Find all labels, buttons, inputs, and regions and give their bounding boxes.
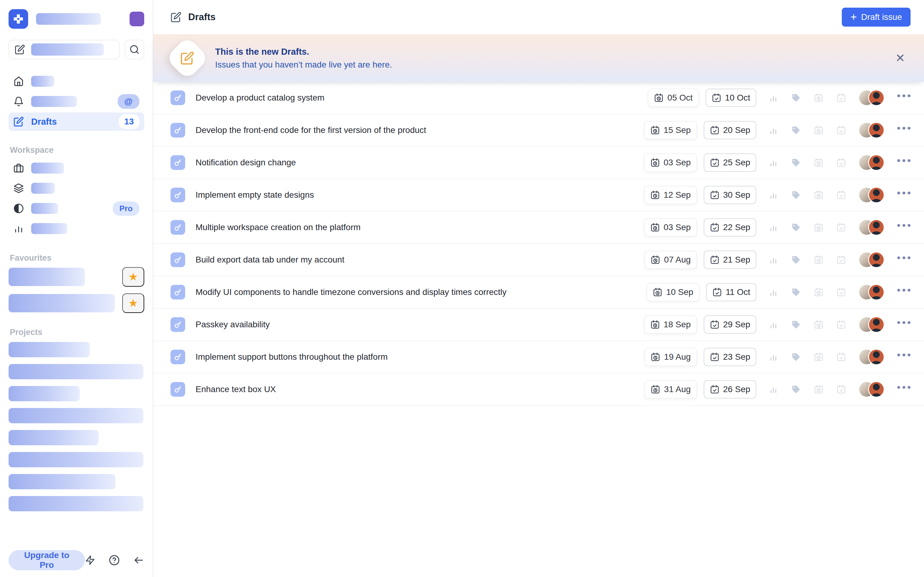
priority-chart-icon[interactable] (768, 125, 778, 135)
start-date-button[interactable]: 03 Sep (644, 218, 697, 237)
due-date-placeholder-icon[interactable] (836, 384, 846, 394)
priority-chart-icon[interactable] (768, 190, 778, 200)
row-menu-button[interactable]: ••• (897, 220, 913, 235)
zap-icon[interactable] (85, 555, 95, 566)
due-date-placeholder-icon[interactable] (836, 158, 846, 168)
label-tag-icon[interactable] (791, 190, 801, 200)
label-tag-icon[interactable] (791, 255, 801, 265)
start-date-placeholder-icon[interactable] (814, 352, 823, 362)
assignee-avatars[interactable] (858, 316, 885, 333)
start-date-button[interactable]: 07 Aug (644, 251, 697, 269)
assignee-avatars[interactable] (858, 90, 885, 106)
banner-close-button[interactable]: ✕ (895, 52, 905, 64)
priority-chart-icon[interactable] (768, 255, 778, 265)
upgrade-to-pro-button[interactable]: Upgrade to Pro (8, 550, 85, 570)
start-date-button[interactable]: 31 Aug (644, 380, 697, 398)
start-date-button[interactable]: 05 Oct (648, 89, 699, 107)
issue-row[interactable]: Modify UI components to handle timezone … (153, 276, 924, 309)
app-logo[interactable] (8, 9, 28, 29)
assignee-avatars[interactable] (858, 122, 885, 139)
sidebar-item-projects-overview[interactable] (8, 158, 144, 178)
user-avatar[interactable] (130, 11, 144, 26)
due-date-button[interactable]: 29 Sep (704, 315, 757, 334)
start-date-button[interactable]: 18 Sep (644, 315, 697, 334)
start-date-placeholder-icon[interactable] (814, 190, 823, 200)
label-tag-icon[interactable] (791, 93, 801, 103)
start-date-button[interactable]: 19 Aug (644, 348, 697, 366)
due-date-button[interactable]: 10 Oct (705, 89, 756, 107)
collapse-sidebar-icon[interactable] (133, 555, 144, 566)
sidebar-item-inbox[interactable]: @ (8, 92, 144, 111)
due-date-button[interactable]: 30 Sep (704, 186, 757, 204)
favourite-item[interactable]: ★ (8, 293, 144, 313)
issue-row[interactable]: Develop a product catalog system 05 Oct … (153, 82, 924, 114)
priority-chart-icon[interactable] (768, 222, 778, 232)
favourite-item[interactable]: ★ (8, 267, 144, 287)
help-icon[interactable] (109, 555, 120, 566)
priority-chart-icon[interactable] (768, 93, 778, 103)
row-menu-button[interactable]: ••• (897, 350, 913, 364)
due-date-button[interactable]: 26 Sep (704, 380, 757, 398)
issue-row[interactable]: Notification design change 03 Sep 25 Sep (153, 147, 924, 179)
issue-row[interactable]: Build export data tab under my account 0… (153, 244, 924, 276)
issue-row[interactable]: Enhance text box UX 31 Aug 26 Sep (153, 374, 924, 406)
sidebar-item-views[interactable] (8, 178, 144, 198)
issue-row[interactable]: Implement support buttons throughout the… (153, 341, 924, 374)
issue-row[interactable]: Implement empty state designs 12 Sep 30 … (153, 179, 924, 211)
due-date-placeholder-icon[interactable] (836, 352, 846, 362)
star-button[interactable]: ★ (122, 293, 144, 313)
sidebar-item-analytics[interactable] (8, 219, 144, 239)
due-date-button[interactable]: 22 Sep (704, 218, 757, 237)
start-date-button[interactable]: 03 Sep (644, 153, 697, 172)
priority-chart-icon[interactable] (768, 320, 778, 329)
start-date-button[interactable]: 10 Sep (647, 283, 699, 301)
assignee-avatars[interactable] (858, 251, 885, 268)
sidebar-item-drafts[interactable]: Drafts 13 (8, 113, 144, 131)
due-date-button[interactable]: 23 Sep (704, 348, 757, 366)
start-date-placeholder-icon[interactable] (814, 158, 823, 168)
due-date-button[interactable]: 11 Oct (706, 283, 756, 301)
priority-chart-icon[interactable] (768, 352, 778, 362)
start-date-button[interactable]: 15 Sep (644, 121, 697, 139)
label-tag-icon[interactable] (791, 320, 801, 329)
issue-row[interactable]: Develop the front-end code for the first… (153, 114, 924, 147)
due-date-placeholder-icon[interactable] (836, 255, 846, 265)
due-date-placeholder-icon[interactable] (836, 320, 846, 329)
label-tag-icon[interactable] (791, 352, 801, 362)
row-menu-button[interactable]: ••• (897, 285, 913, 300)
label-tag-icon[interactable] (791, 125, 801, 135)
start-date-placeholder-icon[interactable] (814, 320, 823, 329)
due-date-placeholder-icon[interactable] (836, 93, 846, 103)
row-menu-button[interactable]: ••• (897, 90, 913, 105)
priority-chart-icon[interactable] (768, 158, 778, 168)
due-date-placeholder-icon[interactable] (836, 125, 846, 135)
sidebar-item-cycles[interactable]: Pro (8, 198, 144, 219)
row-menu-button[interactable]: ••• (897, 123, 913, 137)
row-menu-button[interactable]: ••• (897, 317, 913, 332)
start-date-placeholder-icon[interactable] (814, 222, 823, 232)
start-date-placeholder-icon[interactable] (814, 255, 823, 265)
search-button[interactable] (125, 40, 144, 59)
priority-chart-icon[interactable] (768, 384, 778, 394)
assignee-avatars[interactable] (858, 284, 885, 300)
due-date-button[interactable]: 21 Sep (704, 251, 757, 269)
sidebar-item-home[interactable] (8, 72, 144, 90)
row-menu-button[interactable]: ••• (897, 253, 913, 267)
draft-issue-button[interactable]: + Draft issue (842, 8, 911, 27)
row-menu-button[interactable]: ••• (897, 188, 913, 202)
label-tag-icon[interactable] (791, 384, 801, 394)
due-date-button[interactable]: 20 Sep (704, 121, 757, 139)
start-date-button[interactable]: 12 Sep (644, 186, 697, 204)
priority-chart-icon[interactable] (768, 287, 778, 297)
label-tag-icon[interactable] (791, 222, 801, 232)
issue-row[interactable]: Passkey availability 18 Sep 29 Sep (153, 309, 924, 341)
start-date-placeholder-icon[interactable] (814, 125, 823, 135)
assignee-avatars[interactable] (858, 154, 885, 171)
due-date-placeholder-icon[interactable] (836, 190, 846, 200)
due-date-placeholder-icon[interactable] (836, 222, 846, 232)
start-date-placeholder-icon[interactable] (814, 287, 823, 297)
label-tag-icon[interactable] (791, 287, 801, 297)
assignee-avatars[interactable] (858, 187, 885, 203)
assignee-avatars[interactable] (858, 219, 885, 235)
due-date-placeholder-icon[interactable] (836, 287, 846, 297)
